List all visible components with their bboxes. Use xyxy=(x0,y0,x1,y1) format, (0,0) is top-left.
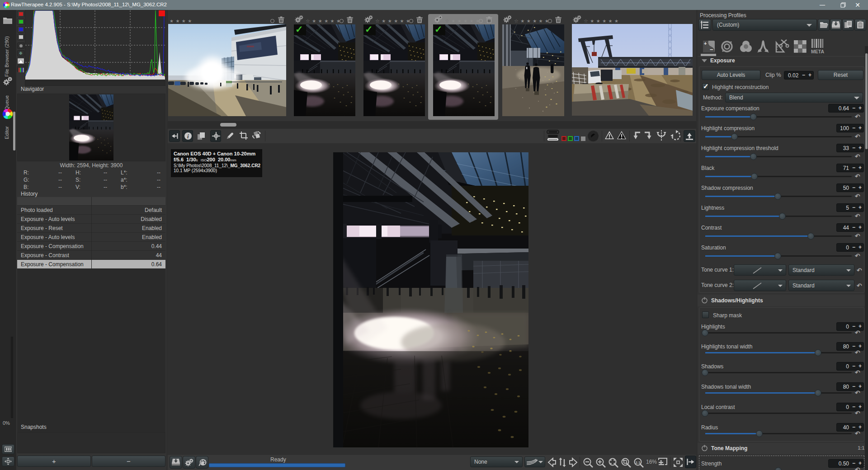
svg-text:−: − xyxy=(710,46,713,53)
svg-text:1:1: 1:1 xyxy=(636,461,641,465)
svg-text:META: META xyxy=(811,49,824,54)
svg-text:i: i xyxy=(187,133,189,140)
svg-text:+: + xyxy=(704,41,707,46)
